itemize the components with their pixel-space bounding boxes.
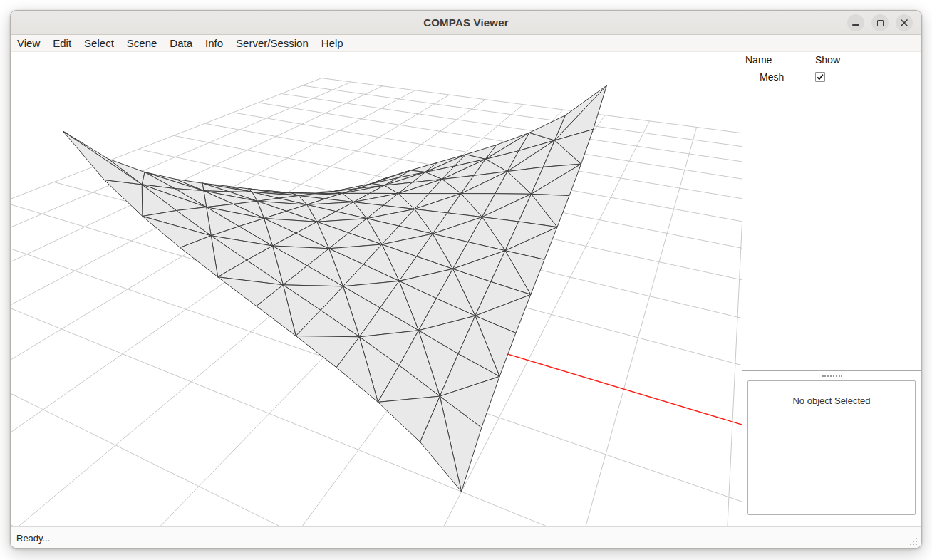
tree-item-label[interactable]: Mesh xyxy=(742,71,812,83)
tree-rows: Mesh xyxy=(742,69,922,84)
window-title: COMPAS Viewer xyxy=(423,16,509,28)
mesh-object xyxy=(63,85,606,492)
tree-row-mesh[interactable]: Mesh xyxy=(742,69,922,84)
menubar: ViewEditSelectSceneDataInfoServer/Sessio… xyxy=(11,35,921,52)
tree-header-show[interactable]: Show xyxy=(812,53,922,68)
menu-item-scene[interactable]: Scene xyxy=(120,36,164,50)
checkmark-icon xyxy=(816,73,824,81)
scene-tree-panel: Name Show Mesh xyxy=(742,53,922,371)
tree-header: Name Show xyxy=(742,53,922,68)
titlebar: COMPAS Viewer xyxy=(11,11,921,35)
minimize-button[interactable] xyxy=(847,14,864,31)
tree-header-name[interactable]: Name xyxy=(742,53,812,68)
status-text: Ready... xyxy=(16,533,50,544)
menu-item-data[interactable]: Data xyxy=(163,36,199,50)
window-controls xyxy=(847,14,913,31)
object-detail-panel: No object Selected xyxy=(747,380,916,515)
menu-item-info[interactable]: Info xyxy=(199,36,229,50)
main-area: Name Show Mesh No object Selected xyxy=(11,52,921,526)
menu-item-edit[interactable]: Edit xyxy=(46,36,78,50)
minimize-icon xyxy=(852,24,859,26)
app-window: COMPAS Viewer ViewEditSelectSceneDataInf… xyxy=(10,10,922,549)
menu-item-select[interactable]: Select xyxy=(78,36,120,50)
close-icon xyxy=(900,19,908,27)
scene-canvas[interactable] xyxy=(11,52,742,526)
splitter-handle-icon xyxy=(822,375,842,377)
tree-item-show-cell xyxy=(812,72,922,82)
no-object-label: No object Selected xyxy=(792,395,870,514)
menu-item-help[interactable]: Help xyxy=(315,36,350,50)
maximize-icon xyxy=(877,20,884,26)
menu-item-server-session[interactable]: Server/Session xyxy=(229,36,315,50)
viewport-3d[interactable] xyxy=(11,52,742,526)
close-button[interactable] xyxy=(896,14,913,31)
menu-item-view[interactable]: View xyxy=(11,36,46,50)
right-sidebar: Name Show Mesh No object Selected xyxy=(742,52,922,526)
statusbar: Ready... xyxy=(11,526,921,549)
visibility-checkbox[interactable] xyxy=(815,72,825,82)
maximize-button[interactable] xyxy=(871,14,889,31)
resize-grip[interactable] xyxy=(908,536,918,546)
panel-splitter[interactable] xyxy=(742,371,922,380)
